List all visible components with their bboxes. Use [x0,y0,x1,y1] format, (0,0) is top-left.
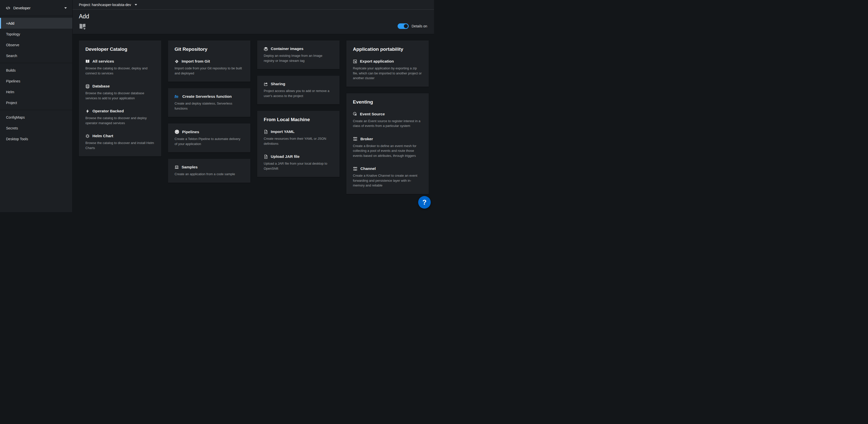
tile-description: Create a Tekton Pipeline to automate del… [175,137,244,146]
tekton-icon [175,130,179,134]
toggle-knob [404,24,408,28]
tile-label: Import from Git [182,59,210,64]
sidebar-nav: +Add Topology Observe Search Builds Pipe… [0,16,72,146]
layers-icon [264,47,268,51]
tile-description: Replicate your application by exporting … [353,66,422,81]
tile-label: Create Serverless function [182,94,231,99]
tile-description: Create a Broker to define an event mesh … [353,143,422,158]
sidebar-item-observe[interactable]: Observe [0,39,72,50]
tile-description: Create a Knative Channel to create an ev… [353,173,422,188]
sidebar-item-helm[interactable]: Helm [0,86,72,97]
file-upload-icon [264,154,268,159]
sidebar-item-topology[interactable]: Topology [0,29,72,39]
share-icon [264,82,268,86]
tile-description: Create resources from their YAML or JSON… [264,136,333,146]
card-developer-catalog: Developer Catalog All services Brow [79,40,161,156]
tile-upload-jar-file[interactable]: Upload JAR file Upload a JAR file from y… [264,154,333,171]
tile-export-application[interactable]: Export application Replicate your applic… [353,59,422,81]
details-toggle-group: Details on [398,23,427,29]
tile-label: Database [92,84,110,88]
tile-import-from-git[interactable]: Import from Git Import code from your Gi… [175,59,244,76]
project-bar: Project: harshcasper-localsta-dev [72,0,434,9]
add-page-content: Developer Catalog All services Brow [72,34,434,212]
perspective-label: Developer [13,6,30,10]
tile-description: Browse the catalog to discover database … [85,91,155,101]
card-title: Application portability [353,47,422,52]
card-title: From Local Machine [264,117,333,122]
file-code-icon [264,130,268,134]
binary-icon [353,167,358,171]
tile-sharing[interactable]: Sharing Project access allows you to add… [264,82,333,98]
samples-icon [175,165,179,169]
card-column: Container images Deploy an existing Imag… [257,40,340,212]
tile-label: Samples [182,165,198,169]
console-window: Developer +Add Topology Observe Search B… [0,0,434,212]
sidebar-item-desktop-tools[interactable]: Desktop Tools [0,134,72,144]
card-title: Git Repository [175,47,244,52]
chevron-down-icon [135,4,137,5]
tile-database[interactable]: Database Browse the catalog to discover … [85,84,155,101]
tile-description: Project access allows you to add or remo… [264,88,333,98]
tile-pipelines[interactable]: Pipelines Create a Tekton Pipeline to au… [175,130,244,146]
tile-description: Browse the catalog to discover and deplo… [85,116,155,125]
book-icon [85,59,90,64]
sidebar-item-configmaps[interactable]: ConfigMaps [0,112,72,123]
tile-event-source[interactable]: Event Source Create an Event source to r… [353,112,422,129]
card-from-local-machine: From Local Machine Import YAML [257,111,340,177]
code-icon [5,6,10,10]
card-application-portability: Application portability Export applicati… [346,40,429,87]
tile-description: Create and deploy stateless, Serverless … [175,101,244,111]
sidebar-item-pipelines[interactable]: Pipelines [0,76,72,86]
project-selector[interactable]: Project: harshcasper-localsta-dev [79,3,137,7]
tile-operator-backed[interactable]: Operator Backed Browse the catalog to di… [85,109,155,125]
tile-create-serverless-function[interactable]: fn Create Serverless function Create and… [175,94,244,111]
git-icon [175,59,179,64]
details-toggle[interactable] [398,23,409,29]
export-icon [353,59,357,64]
details-toggle-label: Details on [412,24,427,28]
card-serverless-function: fn Create Serverless function Create and… [168,88,250,117]
tile-label: Helm Chart [92,134,113,138]
tile-samples[interactable]: Samples Create an application from a cod… [175,165,244,177]
page-header: Add Details on [72,9,434,34]
help-button[interactable]: ? [418,196,431,208]
sidebar-item-search[interactable]: Search [0,50,72,61]
tile-label: Channel [361,166,376,171]
card-column: Git Repository [168,40,250,212]
tile-import-yaml[interactable]: Import YAML Create resources from their … [264,130,333,146]
sidebar: Developer +Add Topology Observe Search B… [0,0,72,212]
main-area: Project: harshcasper-localsta-dev Add De… [72,0,434,212]
tile-description: Import code from your Git repository to … [175,66,244,76]
card-column: Application portability Export applicati… [346,40,429,212]
tile-description: Browse the catalog to discover, deploy a… [85,66,155,76]
tile-description: Upload a JAR file from your local deskto… [264,161,333,171]
tile-all-services[interactable]: All services Browse the catalog to disco… [85,59,155,76]
binary-icon [353,137,358,141]
sidebar-item-project[interactable]: Project [0,97,72,108]
perspective-switcher[interactable]: Developer [0,0,72,16]
helm-icon [85,134,90,138]
tile-label: Event Source [360,112,385,116]
tile-description: Create an Event source to register inter… [353,119,422,129]
card-column: Developer Catalog All services Brow [79,40,161,212]
tile-label: Import YAML [271,130,294,134]
card-title: Eventing [353,99,422,105]
tile-label: Pipelines [182,130,199,134]
function-icon: fn [175,94,180,99]
tile-broker[interactable]: Broker Create a Broker to define an even… [353,137,422,158]
tile-label: Operator Backed [92,109,124,113]
event-source-icon [353,112,357,116]
sidebar-item-builds[interactable]: Builds [0,65,72,76]
tile-label: Container images [271,47,303,51]
tile-helm-chart[interactable]: Helm Chart Browse the catalog to discove… [85,134,155,150]
tile-container-images[interactable]: Container images Deploy an existing Imag… [264,47,333,63]
database-icon [85,84,90,88]
sidebar-item-add[interactable]: +Add [0,18,72,29]
sidebar-item-secrets[interactable]: Secrets [0,123,72,134]
card-sharing: Sharing Project access allows you to add… [257,76,340,104]
card-container-images: Container images Deploy an existing Imag… [257,40,340,69]
tile-description: Browse the catalog to discover and insta… [85,141,155,150]
book-plus-icon[interactable] [79,23,86,30]
bolt-icon [85,109,90,113]
tile-channel[interactable]: Channel Create a Knative Channel to crea… [353,166,422,188]
